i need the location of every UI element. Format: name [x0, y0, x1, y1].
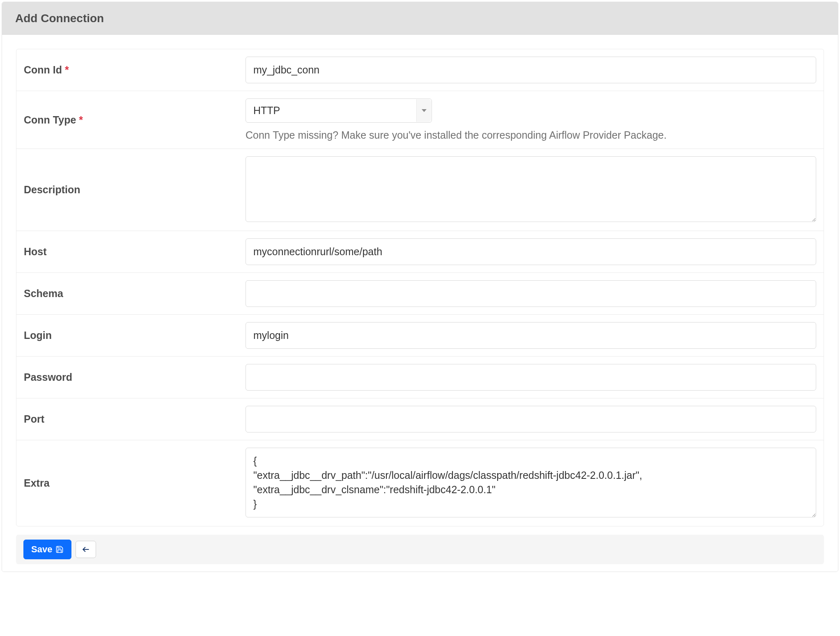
- connection-form: Conn Id * Conn Type * HTTP: [16, 49, 824, 526]
- page-title: Add Connection: [2, 2, 838, 35]
- required-marker: *: [79, 114, 83, 126]
- save-button[interactable]: Save: [23, 540, 71, 559]
- label-password: Password: [24, 371, 246, 383]
- label-schema: Schema: [24, 288, 246, 300]
- label-extra-text: Extra: [24, 477, 50, 489]
- label-conn-type: Conn Type *: [24, 114, 246, 126]
- cell-conn-id: [246, 57, 816, 83]
- password-input[interactable]: [246, 364, 816, 391]
- label-extra: Extra: [24, 477, 246, 489]
- host-input[interactable]: [246, 238, 816, 265]
- row-password: Password: [16, 357, 824, 398]
- label-login: Login: [24, 329, 246, 341]
- port-input[interactable]: [246, 406, 816, 432]
- conn-id-input[interactable]: [246, 57, 816, 83]
- row-conn-id: Conn Id *: [16, 49, 824, 91]
- save-button-label: Save: [31, 544, 52, 555]
- cell-conn-type: HTTP Conn Type missing? Make sure you've…: [246, 98, 816, 141]
- cell-schema: [246, 280, 816, 307]
- label-description: Description: [24, 184, 246, 196]
- row-host: Host: [16, 231, 824, 273]
- panel-body: Conn Id * Conn Type * HTTP: [2, 35, 838, 572]
- required-marker: *: [65, 64, 69, 75]
- schema-input[interactable]: [246, 280, 816, 307]
- label-conn-type-text: Conn Type: [24, 114, 76, 126]
- cell-host: [246, 238, 816, 265]
- extra-input[interactable]: { "extra__jdbc__drv_path":"/usr/local/ai…: [246, 448, 816, 517]
- label-schema-text: Schema: [24, 288, 63, 299]
- cell-password: [246, 364, 816, 391]
- label-conn-id-text: Conn Id: [24, 64, 62, 75]
- label-login-text: Login: [24, 329, 52, 341]
- conn-type-select[interactable]: HTTP: [246, 98, 432, 123]
- row-conn-type: Conn Type * HTTP Conn Type missing? Make…: [16, 91, 824, 149]
- label-host: Host: [24, 246, 246, 258]
- arrow-left-icon: [82, 545, 90, 554]
- row-login: Login: [16, 315, 824, 357]
- row-port: Port: [16, 398, 824, 440]
- login-input[interactable]: [246, 322, 816, 349]
- cell-port: [246, 406, 816, 432]
- label-port: Port: [24, 413, 246, 425]
- back-button[interactable]: [76, 541, 96, 558]
- label-password-text: Password: [24, 371, 72, 383]
- actions-bar: Save: [16, 535, 824, 564]
- conn-type-selected-value: HTTP: [253, 105, 280, 117]
- conn-type-help-text: Conn Type missing? Make sure you've inst…: [246, 129, 816, 141]
- cell-description: [246, 156, 816, 223]
- cell-extra: { "extra__jdbc__drv_path":"/usr/local/ai…: [246, 448, 816, 519]
- conn-type-select-wrap: HTTP: [246, 98, 432, 123]
- label-host-text: Host: [24, 246, 47, 257]
- label-port-text: Port: [24, 413, 44, 425]
- row-extra: Extra { "extra__jdbc__drv_path":"/usr/lo…: [16, 440, 824, 526]
- description-input[interactable]: [246, 156, 816, 222]
- row-description: Description: [16, 149, 824, 231]
- add-connection-panel: Add Connection Conn Id * Conn Type *: [2, 2, 838, 572]
- label-description-text: Description: [24, 184, 80, 195]
- save-icon: [55, 545, 64, 554]
- chevron-down-icon: [416, 99, 431, 122]
- cell-login: [246, 322, 816, 349]
- label-conn-id: Conn Id *: [24, 64, 246, 76]
- row-schema: Schema: [16, 273, 824, 315]
